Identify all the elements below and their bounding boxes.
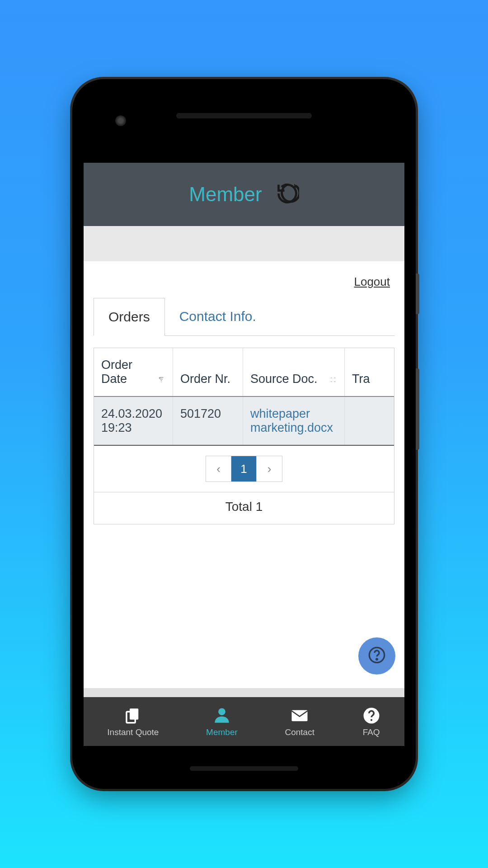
screen: Member Logout Orders Contact Info.	[84, 163, 404, 746]
tab-contact-info[interactable]: Contact Info.	[165, 298, 271, 335]
page-title: Member	[189, 183, 262, 206]
sort-icon	[329, 376, 337, 386]
table-row[interactable]: 24.03.2020 19:23 501720 whitepaper marke…	[94, 397, 394, 446]
page-next-button[interactable]: ›	[257, 456, 282, 481]
sort-desc-icon	[157, 376, 165, 386]
nav-label: FAQ	[363, 727, 380, 737]
content-area: Logout Orders Contact Info. Order Date O…	[84, 261, 404, 688]
orders-table: Order Date Order Nr. Source Doc.	[94, 348, 394, 524]
col-order-nr[interactable]: Order Nr.	[173, 348, 243, 396]
phone-side-button	[416, 274, 419, 314]
table-header-row: Order Date Order Nr. Source Doc.	[94, 348, 394, 397]
col-label: Order Nr.	[180, 372, 230, 386]
spacer-bar	[84, 226, 404, 261]
col-label: Tra	[352, 372, 370, 386]
col-source-doc[interactable]: Source Doc.	[243, 348, 345, 396]
cell-tra	[345, 397, 394, 445]
total-count: Total 1	[94, 492, 394, 524]
page-prev-button[interactable]: ‹	[206, 456, 231, 481]
phone-camera	[115, 115, 126, 126]
mail-icon	[290, 706, 309, 725]
logout-wrap: Logout	[94, 261, 394, 298]
user-icon	[212, 706, 231, 725]
svg-rect-3	[130, 708, 138, 720]
question-icon	[362, 706, 381, 725]
help-icon	[368, 646, 386, 666]
nav-label: Instant Quote	[107, 727, 159, 737]
cell-order-date: 24.03.2020 19:23	[94, 397, 173, 445]
pagination: ‹ 1 ›	[206, 456, 282, 482]
svg-point-5	[218, 708, 225, 715]
copy-icon	[123, 706, 142, 725]
tabs: Orders Contact Info.	[94, 298, 394, 336]
phone-speaker	[190, 766, 298, 771]
page-number-button[interactable]: 1	[231, 456, 257, 481]
phone-frame: Member Logout Orders Contact Info.	[72, 79, 416, 789]
cell-source-doc[interactable]: whitepaper marketing.docx	[243, 397, 345, 445]
nav-member[interactable]: Member	[206, 706, 238, 737]
nav-instant-quote[interactable]: Instant Quote	[107, 706, 159, 737]
tab-orders[interactable]: Orders	[94, 298, 165, 336]
phone-side-button	[416, 368, 419, 450]
nav-contact[interactable]: Contact	[285, 706, 314, 737]
header: Member	[84, 163, 404, 226]
bottom-nav: Instant Quote Member Contact FAQ	[84, 697, 404, 746]
logout-link[interactable]: Logout	[354, 275, 390, 288]
cell-order-nr: 501720	[173, 397, 243, 445]
refresh-icon[interactable]	[276, 182, 299, 207]
svg-rect-6	[292, 710, 308, 721]
col-tra[interactable]: Tra	[345, 348, 394, 396]
chevron-left-icon: ‹	[216, 462, 221, 476]
chevron-right-icon: ›	[267, 462, 272, 476]
nav-label: Contact	[285, 727, 314, 737]
svg-point-2	[376, 659, 378, 660]
svg-point-8	[371, 719, 372, 721]
spacer-bar	[84, 688, 404, 697]
svg-marker-0	[294, 184, 298, 188]
nav-faq[interactable]: FAQ	[362, 706, 381, 737]
col-order-date[interactable]: Order Date	[94, 348, 173, 396]
help-button[interactable]	[358, 637, 395, 675]
col-label: Order Date	[101, 358, 154, 386]
pagination-wrap: ‹ 1 ›	[94, 446, 394, 492]
col-label: Source Doc.	[250, 372, 318, 386]
phone-speaker	[176, 113, 312, 118]
nav-label: Member	[206, 727, 238, 737]
